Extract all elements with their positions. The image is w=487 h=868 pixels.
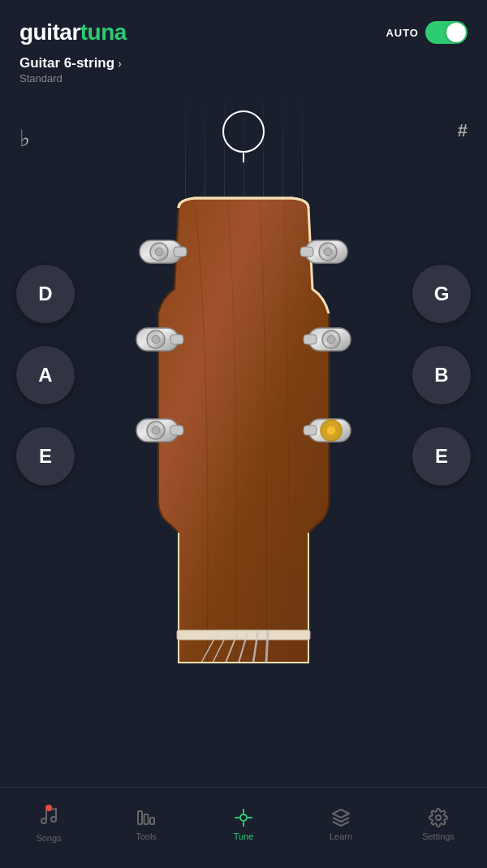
nav-label-tools: Tools — [136, 831, 157, 841]
nav-item-tune[interactable]: Tune — [211, 808, 276, 841]
nav-item-tools[interactable]: Tools — [114, 808, 179, 841]
string-button-A[interactable]: A — [16, 346, 75, 404]
string-buttons-left: D A E — [16, 265, 75, 486]
tuner-needle — [222, 110, 265, 162]
nav-item-learn[interactable]: Learn — [308, 808, 373, 841]
string-button-B[interactable]: B — [412, 346, 471, 404]
tune-icon — [234, 808, 253, 827]
string-button-D[interactable]: D — [16, 265, 75, 323]
nav-item-songs[interactable]: Songs — [16, 806, 81, 843]
svg-rect-36 — [144, 814, 149, 824]
string-buttons-right: G B E — [412, 265, 471, 486]
tuning-name: Standard — [19, 72, 468, 84]
nav-label-learn: Learn — [330, 831, 352, 841]
string-button-G[interactable]: G — [412, 265, 471, 323]
svg-point-38 — [240, 814, 247, 821]
svg-point-3 — [155, 248, 163, 256]
svg-point-34 — [51, 817, 56, 822]
svg-rect-8 — [170, 335, 183, 344]
auto-label: AUTO — [386, 27, 419, 39]
auto-toggle-container[interactable]: AUTO — [386, 21, 468, 44]
svg-rect-0 — [177, 630, 310, 640]
svg-point-43 — [436, 815, 441, 820]
svg-point-19 — [327, 335, 335, 343]
auto-toggle-switch[interactable] — [425, 21, 468, 44]
app-logo: guitartuna — [19, 19, 127, 45]
app-header: guitartuna AUTO — [0, 0, 487, 52]
settings-icon — [429, 808, 448, 827]
svg-rect-35 — [138, 811, 142, 824]
svg-rect-12 — [170, 425, 183, 435]
nav-label-tune: Tune — [234, 831, 254, 841]
songs-icon-wrapper — [39, 806, 58, 829]
bottom-navigation: Songs Tools Tune Learn — [0, 787, 487, 868]
sharp-symbol: # — [458, 120, 468, 141]
notification-dot — [45, 805, 52, 811]
learn-icon — [331, 808, 351, 827]
tools-icon — [136, 808, 156, 827]
logo-tuna: tuna — [80, 19, 127, 45]
svg-rect-4 — [174, 247, 187, 257]
string-button-E-low[interactable]: E — [16, 427, 75, 486]
svg-point-11 — [152, 426, 160, 434]
flat-symbol: ♭ — [19, 125, 30, 152]
instrument-selector[interactable]: Guitar 6-string › Standard — [0, 52, 487, 86]
svg-line-32 — [266, 630, 268, 663]
tuner-area: ♭ # — [0, 86, 487, 752]
toggle-thumb — [446, 23, 466, 42]
string-button-E-high[interactable]: E — [412, 427, 471, 486]
svg-rect-16 — [300, 247, 313, 257]
svg-rect-37 — [150, 818, 154, 824]
logo-guitar: guitar — [19, 19, 80, 45]
instrument-name[interactable]: Guitar 6-string › — [19, 55, 468, 71]
chevron-right-icon: › — [118, 57, 122, 70]
svg-point-7 — [152, 335, 160, 343]
nav-label-songs: Songs — [36, 833, 61, 843]
nav-label-settings: Settings — [422, 831, 455, 841]
needle-circle — [222, 110, 265, 153]
needle-pointer — [243, 153, 244, 162]
nav-item-settings[interactable]: Settings — [406, 808, 471, 841]
svg-point-26 — [326, 425, 336, 435]
svg-point-33 — [41, 818, 46, 823]
svg-rect-20 — [304, 335, 317, 344]
svg-rect-24 — [304, 425, 317, 435]
svg-point-15 — [324, 248, 332, 256]
headstock — [114, 192, 373, 679]
headstock-svg — [114, 192, 373, 679]
